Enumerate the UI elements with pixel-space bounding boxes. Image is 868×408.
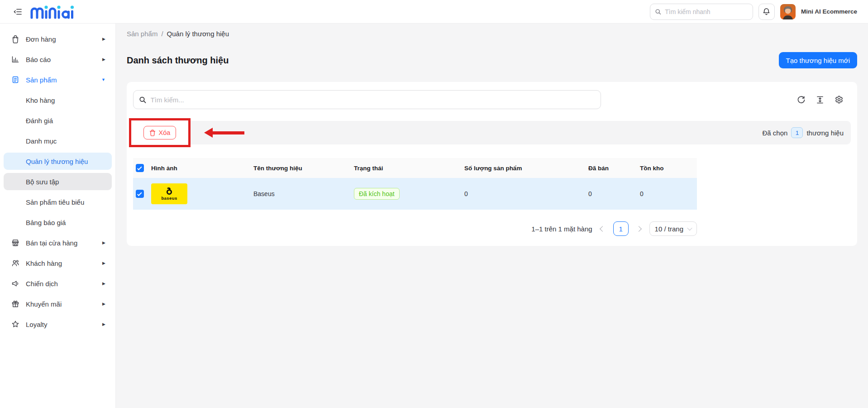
avatar[interactable] xyxy=(780,4,796,19)
bulk-action-bar: Xóa Đã chọn 1 thương hiệu xyxy=(133,121,851,144)
search-icon xyxy=(139,96,147,104)
sidebar-item-label: Đơn hàng xyxy=(26,35,56,43)
row-checkbox[interactable] xyxy=(136,190,144,198)
product-icon xyxy=(11,76,19,84)
sidebar-item-loyalty[interactable]: Loyalty ▶ xyxy=(4,316,112,333)
brand-name-cell: Baseus xyxy=(253,178,354,210)
chart-icon xyxy=(11,55,19,64)
sidebar-item-label: Danh mục xyxy=(26,137,57,145)
sidebar-item-featured-products[interactable]: Sản phẩm tiêu biểu xyxy=(4,193,112,211)
sidebar: Đơn hàng ▶ Báo cáo ▶ Sản phẩm ▼ Kho hàng… xyxy=(0,24,116,408)
top-header: Mini AI Ecommerce xyxy=(0,0,868,24)
sidebar-item-label: Bộ sưu tập xyxy=(26,178,59,186)
bell-icon xyxy=(763,8,770,16)
star-icon xyxy=(11,320,19,329)
column-header-status: Trạng thái xyxy=(354,158,464,178)
sidebar-item-products[interactable]: Sản phẩm ▼ xyxy=(4,71,112,88)
sidebar-collapse-icon[interactable] xyxy=(13,6,24,17)
store-icon xyxy=(11,239,19,247)
pagination: 1–1 trên 1 mặt hàng 1 10 / trang xyxy=(133,221,697,236)
sidebar-item-label: Khách hàng xyxy=(26,259,62,267)
column-header-sold: Đã bán xyxy=(588,158,640,178)
sidebar-item-label: Sản phẩm xyxy=(26,76,57,84)
brand-table: Hình ảnh Tên thương hiệu Trạng thái Số l… xyxy=(133,158,697,210)
megaphone-icon xyxy=(11,279,19,288)
chevron-right-icon: ▶ xyxy=(102,322,105,326)
breadcrumb-parent[interactable]: Sản phẩm xyxy=(127,30,157,38)
select-all-checkbox[interactable] xyxy=(136,164,144,172)
chevron-right-icon: ▶ xyxy=(102,57,105,62)
brand-quantity-cell: 0 xyxy=(464,178,588,210)
brand-logo[interactable] xyxy=(30,5,75,19)
sidebar-item-warehouse[interactable]: Kho hàng xyxy=(4,91,112,109)
selected-suffix: thương hiệu xyxy=(806,129,844,137)
baseus-glyph-icon xyxy=(165,187,174,195)
sidebar-item-reviews[interactable]: Đánh giá xyxy=(4,112,112,129)
settings-gear-icon[interactable] xyxy=(835,95,844,104)
sidebar-item-label: Đánh giá xyxy=(26,117,53,125)
breadcrumb: Sản phẩm / Quản lý thương hiệu xyxy=(127,30,857,38)
notifications-button[interactable] xyxy=(758,4,775,20)
page-size-value: 10 / trang xyxy=(655,225,683,233)
chevron-right-icon: ▶ xyxy=(102,240,105,245)
sidebar-item-brand-management[interactable]: Quản lý thương hiệu xyxy=(4,153,112,170)
create-brand-button[interactable]: Tạo thương hiệu mới xyxy=(779,52,857,68)
sidebar-item-label: Khuyến mãi xyxy=(26,300,62,308)
selected-info: Đã chọn 1 thương hiệu xyxy=(763,127,844,138)
trash-icon xyxy=(149,130,156,136)
column-header-quantity: Số lượng sản phẩm xyxy=(464,158,588,178)
page-size-select[interactable]: 10 / trang xyxy=(649,221,697,236)
brand-sold-cell: 0 xyxy=(588,178,640,210)
customers-icon xyxy=(11,259,19,268)
bulk-delete-label: Xóa xyxy=(159,129,171,136)
table-search[interactable] xyxy=(133,90,601,109)
sidebar-item-campaigns[interactable]: Chiến dịch ▶ xyxy=(4,275,112,292)
table-search-input[interactable] xyxy=(151,96,595,104)
row-height-icon[interactable] xyxy=(816,95,825,104)
sidebar-item-label: Sản phẩm tiêu biểu xyxy=(26,198,84,206)
sidebar-item-label: Quản lý thương hiệu xyxy=(26,158,88,165)
chevron-right-icon: ▶ xyxy=(102,281,105,286)
sidebar-item-categories[interactable]: Danh mục xyxy=(4,132,112,149)
bulk-delete-button[interactable]: Xóa xyxy=(143,126,176,139)
next-page-button[interactable] xyxy=(633,223,645,235)
sidebar-item-orders[interactable]: Đơn hàng ▶ xyxy=(4,30,112,48)
prev-page-button[interactable] xyxy=(597,223,609,235)
brand-thumbnail[interactable]: baseus xyxy=(151,183,187,204)
sidebar-item-collections[interactable]: Bộ sưu tập xyxy=(4,173,112,190)
selected-prefix: Đã chọn xyxy=(763,129,788,137)
status-badge: Đã kích hoạt xyxy=(354,188,400,200)
chevron-right-icon: ▶ xyxy=(102,302,105,306)
table-row[interactable]: baseus Baseus Đã kích hoạt 0 0 0 xyxy=(133,178,697,210)
sidebar-item-label: Kho hàng xyxy=(26,96,55,104)
bag-icon xyxy=(11,35,19,43)
chevron-right-icon: ▶ xyxy=(102,37,105,41)
brand-stock-cell: 0 xyxy=(640,178,697,210)
current-page-button[interactable]: 1 xyxy=(613,221,629,236)
table-header-row: Hình ảnh Tên thương hiệu Trạng thái Số l… xyxy=(133,158,697,178)
sidebar-item-label: Chiến dịch xyxy=(26,280,58,288)
global-search-input[interactable] xyxy=(665,8,748,15)
sidebar-item-price-list[interactable]: Bảng báo giá xyxy=(4,214,112,231)
column-header-image: Hình ảnh xyxy=(151,158,253,178)
sidebar-item-store-sales[interactable]: Bán tại cửa hàng ▶ xyxy=(4,234,112,251)
refresh-icon[interactable] xyxy=(796,95,806,104)
breadcrumb-separator: / xyxy=(161,30,163,38)
sidebar-item-customers[interactable]: Khách hàng ▶ xyxy=(4,254,112,272)
account-name: Mini AI Ecommerce xyxy=(801,8,857,15)
chevron-right-icon: ▶ xyxy=(102,261,105,265)
global-search[interactable] xyxy=(650,4,753,20)
sidebar-item-reports[interactable]: Báo cáo ▶ xyxy=(4,51,112,68)
column-header-stock: Tồn kho xyxy=(640,158,697,178)
sidebar-item-label: Báo cáo xyxy=(26,56,51,63)
sidebar-item-label: Loyalty xyxy=(26,321,48,328)
main-content: Sản phẩm / Quản lý thương hiệu Danh sách… xyxy=(116,24,868,408)
sidebar-item-promotions[interactable]: Khuyến mãi ▶ xyxy=(4,295,112,312)
breadcrumb-current: Quản lý thương hiệu xyxy=(167,30,229,38)
search-icon xyxy=(655,8,661,15)
brand-list-card: Xóa Đã chọn 1 thương hiệu xyxy=(127,82,857,246)
chevron-down-icon: ▼ xyxy=(101,77,105,82)
brand-logo-word: baseus xyxy=(161,196,177,201)
gift-icon xyxy=(11,300,19,308)
annotation-arrow xyxy=(204,128,244,138)
